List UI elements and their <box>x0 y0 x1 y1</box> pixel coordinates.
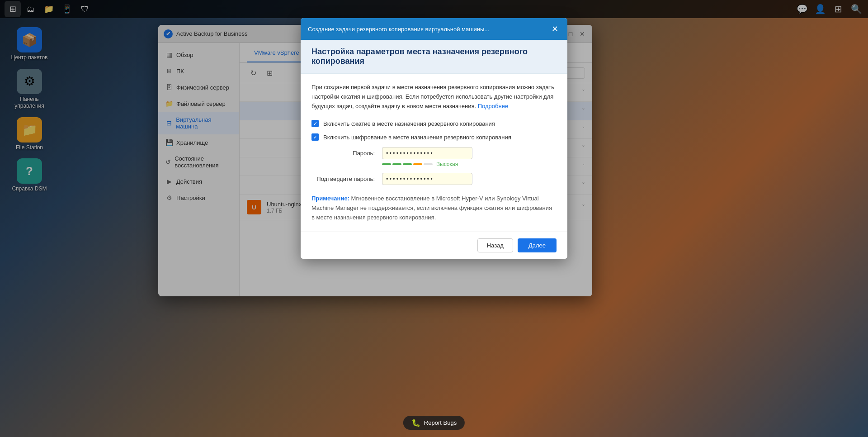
modal-link[interactable]: Подробнее <box>478 103 508 109</box>
report-bugs-label: Report Bugs <box>424 419 457 426</box>
checkbox-row-encryption[interactable]: ✓ Включить шифрование в месте назначения… <box>311 133 557 141</box>
checkbox-row-compression[interactable]: ✓ Включить сжатие в месте назначения рез… <box>311 120 557 127</box>
bug-icon: 🐛 <box>411 418 420 427</box>
checkbox-encryption-label: Включить шифрование в месте назначения р… <box>323 134 511 141</box>
modal-close-btn[interactable]: ✕ <box>549 24 560 34</box>
strength-bar: Высокая <box>382 161 557 167</box>
modal-description-text: При создании первой задачи в месте назна… <box>311 84 554 109</box>
modal-description: При создании первой задачи в месте назна… <box>311 83 557 111</box>
modal-note-text: Примечание: Мгновенное восстановление в … <box>311 194 557 222</box>
password-input[interactable] <box>382 147 472 159</box>
modal-dialog: Создание задачи резервного копирования в… <box>301 18 567 259</box>
modal-overlay: Создание задачи резервного копирования в… <box>0 0 868 437</box>
checkbox-encryption[interactable]: ✓ <box>311 133 319 141</box>
form-row-confirm-password: Подтвердите пароль: <box>311 173 557 185</box>
bottom-bar[interactable]: 🐛 Report Bugs <box>403 416 465 430</box>
strength-segments <box>382 163 433 165</box>
back-button[interactable]: Назад <box>477 238 513 252</box>
confirm-password-field-wrap <box>382 173 557 185</box>
password-label: Пароль: <box>311 147 375 157</box>
confirm-password-input[interactable] <box>382 173 472 185</box>
modal-note: Примечание: Мгновенное восстановление в … <box>311 194 557 222</box>
checkbox-compression-label: Включить сжатие в месте назначения резер… <box>323 120 495 127</box>
password-field-wrap: Высокая <box>382 147 557 167</box>
confirm-password-label: Подтвердите пароль: <box>311 173 375 182</box>
seg3 <box>403 163 412 165</box>
modal-footer: Назад Далее <box>301 232 567 259</box>
checkbox-compression[interactable]: ✓ <box>311 120 319 127</box>
modal-page-title: Настройка параметров места назначения ре… <box>311 47 557 66</box>
next-button[interactable]: Далее <box>518 238 557 252</box>
modal-header: Создание задачи резервного копирования в… <box>301 18 567 40</box>
seg4 <box>413 163 422 165</box>
seg2 <box>392 163 401 165</box>
seg1 <box>382 163 391 165</box>
note-label: Примечание: <box>311 195 349 202</box>
form-row-password: Пароль: Высокая <box>311 147 557 167</box>
strength-label: Высокая <box>436 161 458 167</box>
modal-body: При создании первой задачи в месте назна… <box>301 74 567 232</box>
modal-title-bar: Настройка параметров места назначения ре… <box>301 40 567 74</box>
modal-header-title: Создание задачи резервного копирования в… <box>308 26 489 33</box>
seg5 <box>424 163 433 165</box>
